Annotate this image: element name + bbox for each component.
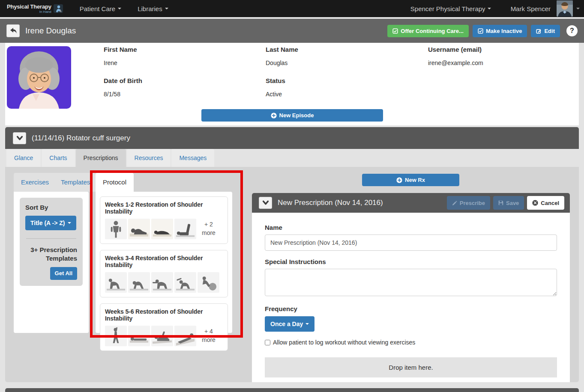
exercise-thumbnail-legs-raised [174,219,196,239]
caret-down-icon [118,8,121,9]
exercise-thumbnail-quadruped-reach [174,272,196,293]
exercise-thumbnail-bridge [151,326,173,346]
exercise-thumbnail-standing [105,219,127,239]
collapse-prescription-button[interactable] [259,197,272,209]
tab-messages[interactable]: Messages [171,149,214,167]
save-button[interactable]: Save [493,196,524,210]
prescribe-button[interactable]: Prescribe [447,196,490,210]
exercise-thumbnail-supine [151,219,173,239]
user-avatar[interactable] [557,0,573,17]
tab-charts[interactable]: Charts [42,149,75,167]
name-label: Name [265,224,557,231]
protocol-card-title: Weeks 5-6 Restoration of Shoulder Instab… [105,308,223,322]
plus-circle-icon [271,113,277,119]
frequency-dropdown-button[interactable]: Once a Day [265,316,314,332]
new-rx-button[interactable]: New Rx [362,174,459,186]
nav-libraries[interactable]: Libraries [138,5,168,12]
patient-info-panel: First Name Irene Date of Birth 8/1/58 La… [5,43,579,125]
tab-prescriptions[interactable]: Prescriptions [76,149,126,167]
logo-title: Physical Therapy [7,4,51,9]
subtab-exercises[interactable]: Exercises [14,173,56,192]
edit-icon [536,28,542,34]
special-instructions-textarea[interactable] [265,269,557,296]
exercise-thumbnail-quadruped [128,272,150,293]
protocol-template-card[interactable]: Weeks 5-6 Restoration of Shoulder Instab… [100,303,228,351]
tab-glance[interactable]: Glance [6,149,41,167]
offer-continuing-care-button[interactable]: Offer Continuing Care... [387,25,469,37]
caret-down-icon [305,323,309,325]
exercise-thumbnail-lying-flat [128,326,150,346]
caret-down-icon [68,222,71,224]
episode-title: (11/14/16) Rotator cuff surgery [32,134,130,143]
collapse-episode-button[interactable] [13,132,26,144]
exercise-thumbnail-sidelying [128,219,150,239]
caret-down-icon [165,8,168,9]
chevron-down-icon [262,200,269,206]
plus-circle-icon [396,177,402,183]
back-button[interactable] [6,24,20,37]
prescription-title: New Prescription (Nov 14, 2016) [278,199,383,207]
exercise-thumbnail-walking [105,326,127,346]
remove-circle-icon [532,200,538,206]
app-logo[interactable]: Physical Therapy In Hand [7,3,63,14]
field-first-name: First Name Irene [104,46,137,66]
episode-tabs: Glance Charts Prescriptions Resources Me… [5,149,214,167]
exercise-thumbnails: + 2 more [105,219,223,239]
frequency-label: Frequency [265,305,557,312]
next-episode-bar[interactable] [5,388,579,392]
protocol-template-card[interactable]: Weeks 3-4 Restoration of Shoulder Instab… [100,250,228,297]
sort-by-label: Sort By [25,204,77,211]
pencil-icon [452,200,457,205]
nav-patient-care[interactable]: Patient Care [80,5,121,12]
prescription-name-input[interactable] [265,235,557,251]
caret-down-icon [488,8,491,9]
divider [26,238,76,239]
more-count: + 2 more [202,220,216,237]
help-icon[interactable]: ? [566,25,578,36]
filters-panel: Sort By Title (A -> Z) 3+ Prescription T… [14,192,89,333]
exercise-thumbnail-incline [174,326,196,346]
template-count-text: 3+ Prescription Templates [25,246,77,263]
sort-box: Sort By Title (A -> Z) 3+ Prescription T… [20,198,83,286]
prescription-header-bar: New Prescription (Nov 14, 2016) Prescrib… [252,193,570,213]
user-name: Mark Spencer [511,5,551,12]
allow-log-workout-label: Allow patient to log workout without vie… [273,339,415,346]
patient-name-title: Irene Douglas [25,26,76,36]
episode-header-bar: (11/14/16) Rotator cuff surgery [5,127,579,149]
drop-zone[interactable]: Drop item here. [265,357,557,377]
exercise-thumbnail-ball [198,272,219,293]
check-square-icon [392,28,398,34]
clinic-menu[interactable]: Spencer Physical Therapy [410,5,491,12]
field-date-of-birth: Date of Birth 8/1/58 [104,77,142,98]
tab-resources[interactable]: Resources [127,149,171,167]
floppy-disk-icon [498,200,503,205]
protocol-card-title: Weeks 3-4 Restoration of Shoulder Instab… [105,255,223,268]
more-count: + 4 more [202,327,216,344]
new-episode-button[interactable]: New Episode [201,109,383,122]
hand-logo-icon [53,3,63,14]
special-instructions-label: Special Instructions [265,258,557,265]
subtab-templates[interactable]: Templates [54,173,97,192]
subtab-protocol[interactable]: Protocol [96,173,134,192]
logo-subtitle: In Hand [7,10,51,14]
get-all-button[interactable]: Get All [50,267,77,280]
exercise-thumbnail-quadruped [105,272,127,293]
allow-log-workout-checkbox[interactable] [265,340,270,345]
sort-dropdown-button[interactable]: Title (A -> Z) [25,216,76,230]
make-inactive-button[interactable]: Make Inactive [473,25,527,37]
top-navbar: Physical Therapy In Hand Patient Care Li… [0,0,584,17]
patient-header: Irene Douglas Offer Continuing Care... M… [0,19,584,43]
chevron-down-icon [16,135,23,141]
field-username: Username (email) irene@example.com [428,46,483,66]
cancel-button[interactable]: Cancel [527,196,564,210]
caret-down-icon [576,8,580,9]
exercise-thumbnails [105,272,223,293]
field-status: Status Active [266,77,285,98]
patient-photo [7,46,71,109]
protocol-panel: Weeks 1-2 Restoration of Shoulder Instab… [96,192,232,333]
check-square-icon [478,28,483,34]
exercise-thumbnails: + 4 more [105,326,223,346]
edit-button[interactable]: Edit [531,25,560,37]
field-last-name: Last Name Douglas [266,46,298,66]
protocol-template-card[interactable]: Weeks 1-2 Restoration of Shoulder Instab… [100,196,228,244]
